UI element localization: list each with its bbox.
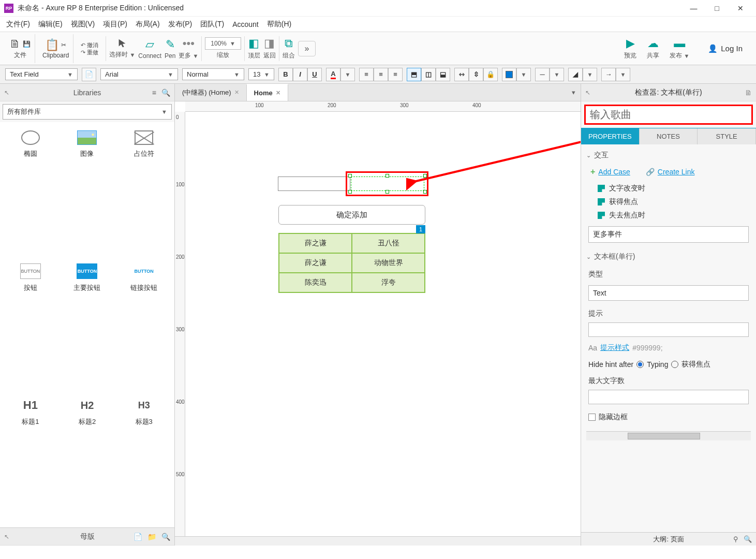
panel-hscrollbar[interactable] [586, 431, 751, 440]
canvas-repeater-table[interactable]: 1 薛之谦 丑八怪 薛之谦 动物世界 陈奕迅 浮夸 [278, 233, 425, 293]
widget-h1[interactable]: H1标题1 [4, 393, 57, 523]
page-icon[interactable]: 🗎 [745, 89, 752, 97]
menu-help[interactable]: 帮助(H) [267, 20, 291, 29]
send-back-button[interactable]: ◨ 返回 [263, 37, 276, 60]
type-select[interactable]: Text [588, 285, 749, 301]
text-color-button[interactable]: A [326, 68, 340, 81]
italic-button[interactable]: I [293, 68, 307, 81]
line-color-dropdown[interactable]: ▼ [583, 68, 597, 81]
font-select[interactable]: Arial▼ [100, 68, 178, 80]
widget-image[interactable]: 图像 [61, 126, 114, 255]
maximize-button[interactable]: □ [705, 1, 729, 16]
align-right-button[interactable]: ≡ [388, 68, 403, 81]
align-left-button[interactable]: ≡ [359, 68, 374, 81]
publish-button[interactable]: ▬ 发布▼ [670, 37, 689, 60]
redo-button[interactable]: ↷ 重做 [81, 49, 98, 56]
menu-file[interactable]: 文件(F) [6, 20, 30, 29]
pen-button[interactable]: ✎ Pen [165, 38, 175, 60]
menu-project[interactable]: 项目(P) [103, 20, 127, 29]
table-row[interactable]: 薛之谦 动物世界 [279, 253, 425, 273]
bring-front-button[interactable]: ◧ 顶层 [248, 37, 260, 60]
table-cell[interactable]: 动物世界 [352, 253, 425, 273]
more-events-select[interactable]: 更多事件 [588, 226, 749, 243]
fill-color-button[interactable] [502, 68, 516, 81]
hide-border-checkbox[interactable] [588, 414, 596, 421]
valign-middle-button[interactable]: ◫ [421, 68, 436, 81]
line-color-button[interactable]: ◢ [568, 68, 583, 81]
text-color-dropdown[interactable]: ▼ [340, 68, 355, 81]
canvas-confirm-button[interactable]: 确定添加 [278, 205, 425, 225]
lock-button[interactable]: 🔒 [483, 68, 498, 81]
line-style-button[interactable]: ─ [535, 68, 550, 81]
tab-notes[interactable]: NOTES [640, 128, 698, 144]
valign-top-button[interactable]: ⬒ [407, 68, 421, 81]
underline-button[interactable]: U [307, 68, 322, 81]
line-style-dropdown[interactable]: ▼ [550, 68, 564, 81]
minimize-button[interactable]: — [682, 1, 705, 16]
font-size-select[interactable]: 13▼ [248, 68, 274, 80]
distribute-h-button[interactable]: ⇿ [454, 68, 469, 81]
design-canvas[interactable]: 确定添加 1 薛之谦 丑八怪 薛之谦 动物世界 陈奕迅 浮夸 [185, 112, 581, 546]
connect-button[interactable]: ▱ Connect [138, 38, 161, 60]
distribute-v-button[interactable]: ⇳ [469, 68, 483, 81]
table-row[interactable]: 陈奕迅 浮夸 [279, 273, 425, 292]
preview-button[interactable]: ▶ 预览 [624, 37, 636, 60]
align-center-button[interactable]: ≡ [374, 68, 388, 81]
tab-style[interactable]: STYLE [698, 128, 756, 144]
toolbar-clipboard-group[interactable]: 📋✂ Clipboard [38, 34, 73, 63]
widget-placeholder[interactable]: 占位符 [117, 126, 170, 255]
share-button[interactable]: ☁ 共享 [647, 37, 659, 60]
fill-color-dropdown[interactable]: ▼ [516, 68, 531, 81]
widget-h2[interactable]: H2标题2 [61, 393, 114, 523]
event-got-focus[interactable]: 获得焦点 [598, 197, 751, 207]
maxlength-input[interactable] [588, 390, 749, 404]
canvas-hscrollbar[interactable] [175, 536, 581, 546]
tab-properties[interactable]: PROPERTIES [581, 128, 640, 144]
toolbar-file-group[interactable]: 🗎💾 文件 [5, 34, 35, 63]
font-weight-select[interactable]: Normal▼ [182, 68, 244, 80]
close-button[interactable]: ✕ [729, 1, 752, 16]
add-folder-icon[interactable]: 📁 [147, 533, 156, 541]
table-row[interactable]: 薛之谦 丑八怪 [279, 233, 425, 253]
menu-edit[interactable]: 编辑(E) [38, 20, 63, 29]
search-icon[interactable]: 🔍 [161, 89, 170, 97]
table-cell[interactable]: 浮夸 [352, 273, 425, 292]
tab-home[interactable]: Home✕ [246, 84, 288, 101]
event-text-change[interactable]: 文字改变时 [598, 184, 751, 193]
arrow-style-button[interactable]: → [601, 68, 616, 81]
undock-icon[interactable]: ↖ [585, 89, 590, 96]
widget-h3[interactable]: H3标题3 [117, 393, 170, 523]
hint-input[interactable] [588, 322, 749, 337]
canvas-textfield-1[interactable] [278, 176, 350, 191]
undock-icon[interactable]: ↖ [4, 533, 9, 540]
widget-button[interactable]: BUTTON按钮 [4, 259, 57, 389]
login-button[interactable]: 👤 Log In [700, 41, 751, 56]
undock-icon[interactable]: ↖ [4, 89, 9, 96]
overflow-button[interactable]: » [298, 41, 316, 56]
widget-style-select[interactable]: Text Field▼ [5, 68, 78, 80]
menu-publish[interactable]: 发布(P) [168, 20, 192, 29]
close-icon[interactable]: ✕ [276, 90, 280, 96]
menu-team[interactable]: 团队(T) [200, 20, 224, 29]
add-case-link[interactable]: Add Case [598, 168, 630, 176]
search-icon[interactable]: 🔍 [744, 535, 752, 543]
search-icon[interactable]: 🔍 [161, 533, 170, 541]
widget-primary-button[interactable]: BUTTON主要按钮 [61, 259, 114, 389]
table-cell[interactable]: 薛之谦 [279, 253, 352, 273]
library-select[interactable]: 所有部件库▼ [3, 104, 172, 120]
group-button[interactable]: ⧉ 组合 [283, 37, 295, 60]
style-manager-button[interactable]: 📄 [82, 68, 96, 81]
menu-view[interactable]: 视图(V) [71, 20, 95, 29]
add-page-icon[interactable]: 📄 [134, 533, 142, 541]
radio-focus[interactable] [671, 361, 678, 368]
close-icon[interactable]: ✕ [234, 89, 239, 96]
filter-icon[interactable]: ⚲ [733, 535, 738, 543]
widget-ellipse[interactable]: 椭圆 [4, 126, 57, 255]
select-mode-button[interactable]: 选择时▼ [109, 38, 135, 59]
tabs-overflow[interactable]: ▾ [567, 84, 581, 101]
table-cell[interactable]: 丑八怪 [352, 233, 425, 253]
bold-button[interactable]: B [278, 68, 293, 81]
menu-arrange[interactable]: 布局(A) [136, 20, 160, 29]
tab-repeater-home[interactable]: (中继器) (Home)✕ [175, 84, 246, 101]
table-cell[interactable]: 陈奕迅 [279, 273, 352, 292]
